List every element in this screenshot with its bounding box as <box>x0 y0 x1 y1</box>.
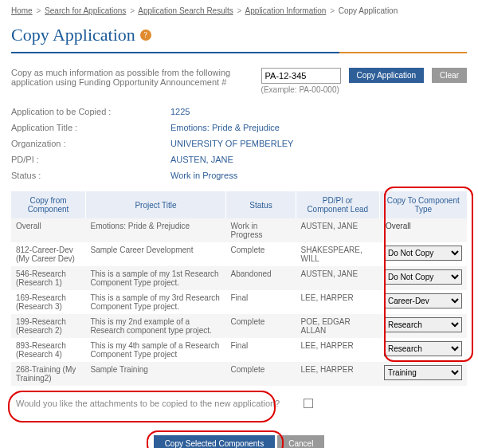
copy-selected-components-button[interactable]: Copy Selected Components <box>154 435 276 448</box>
foa-input[interactable] <box>261 68 341 84</box>
table-cell: Emotions: Pride & Prejudice <box>86 218 226 242</box>
foa-example: (Example: PA-00-000) <box>261 85 341 94</box>
table-row: 546-Research (Research 1)This is a sampl… <box>11 266 467 290</box>
breadcrumb-link[interactable]: Application Information <box>245 6 327 15</box>
info-value: Work in Progress <box>170 171 467 180</box>
copy-to-select[interactable]: Research <box>384 317 462 332</box>
table-row: 812-Career-Dev (My Career Dev)Sample Car… <box>11 242 467 266</box>
breadcrumb-current: Copy Application <box>339 6 398 15</box>
page-title: Copy Application ? <box>11 25 467 45</box>
table-cell: Sample Career Development <box>86 242 226 266</box>
cancel-button[interactable]: Cancel <box>277 435 324 448</box>
table-cell: LEE, HARPER <box>296 338 380 362</box>
attachments-checkbox[interactable] <box>304 399 313 408</box>
breadcrumb-link[interactable]: Application Search Results <box>138 6 233 15</box>
col-copy-to: Copy To Component Type <box>379 191 467 218</box>
table-cell: Final <box>226 290 296 314</box>
table-cell: Complete <box>226 362 296 386</box>
table-cell: 812-Career-Dev (My Career Dev) <box>11 242 86 266</box>
table-cell: AUSTEN, JANE <box>296 266 380 290</box>
help-icon[interactable]: ? <box>140 29 151 41</box>
table-cell: 199-Research (Research 2) <box>11 314 86 338</box>
table-row: 199-Research (Research 2)This is my 2nd … <box>11 314 467 338</box>
info-label: PD/PI : <box>11 155 170 164</box>
page-title-text: Copy Application <box>11 25 135 45</box>
table-row: OverallEmotions: Pride & PrejudiceWork i… <box>11 218 467 242</box>
table-cell: LEE, HARPER <box>296 362 380 386</box>
breadcrumb: Home > Search for Applications > Applica… <box>11 6 467 15</box>
components-table: Copy from Component Project Title Status… <box>11 191 467 386</box>
chevron-right-icon: > <box>130 6 135 15</box>
info-label: Organization : <box>11 139 170 148</box>
application-info: Application to be Copied : 1225 Applicat… <box>11 107 467 180</box>
col-status: Status <box>226 191 296 218</box>
table-cell: Abandoned <box>226 266 296 290</box>
info-value: AUSTEN, JANE <box>170 155 467 164</box>
copy-application-button[interactable]: Copy Application <box>349 68 425 83</box>
info-value: UNIVERSITY OF PEMBERLEY <box>170 139 467 148</box>
table-cell: 546-Research (Research 1) <box>11 266 86 290</box>
table-row: 268-Training (My Training2)Sample Traini… <box>11 362 467 386</box>
table-cell: This is a sample of my 3rd Research Comp… <box>86 290 226 314</box>
breadcrumb-link[interactable]: Home <box>11 6 33 15</box>
table-cell: This is my 4th sample of a Research Comp… <box>86 338 226 362</box>
copy-to-select[interactable]: Career-Dev <box>384 293 462 308</box>
copy-to-select[interactable]: Research <box>384 341 462 356</box>
breadcrumb-link[interactable]: Search for Applications <box>45 6 126 15</box>
table-cell: Work in Progress <box>226 218 296 242</box>
chevron-right-icon: > <box>330 6 335 15</box>
table-cell: This is my 2nd example of a Research com… <box>86 314 226 338</box>
chevron-right-icon: > <box>36 6 41 15</box>
table-cell: Overall <box>11 218 86 242</box>
table-cell: 268-Training (My Training2) <box>11 362 86 386</box>
table-cell: Final <box>226 338 296 362</box>
table-cell: This is a sample of my 1st Research Comp… <box>86 266 226 290</box>
copy-to-select[interactable]: Do Not Copy <box>384 246 462 261</box>
clear-button[interactable]: Clear <box>432 68 467 83</box>
copy-to-static: Overall <box>379 218 467 242</box>
table-cell: AUSTEN, JANE <box>296 218 380 242</box>
attachments-question: Would you like the attachments to be cop… <box>16 399 280 408</box>
table-cell: Sample Training <box>86 362 226 386</box>
info-value: 1225 <box>170 107 467 116</box>
table-row: 169-Research (Research 3)This is a sampl… <box>11 290 467 314</box>
col-pdpi: PD/PI or Component Lead <box>296 191 380 218</box>
col-project-title: Project Title <box>86 191 226 218</box>
table-cell: POE, EDGAR ALLAN <box>296 314 380 338</box>
info-label: Application to be Copied : <box>11 107 170 116</box>
copy-description: Copy as much information as possible fro… <box>11 68 253 87</box>
info-label: Status : <box>11 171 170 180</box>
table-row: 893-Research (Research 4)This is my 4th … <box>11 338 467 362</box>
copy-to-select[interactable]: Training <box>384 365 462 380</box>
table-cell: Complete <box>226 314 296 338</box>
table-cell: 893-Research (Research 4) <box>11 338 86 362</box>
table-cell: LEE, HARPER <box>296 290 380 314</box>
table-cell: 169-Research (Research 3) <box>11 290 86 314</box>
copy-to-select[interactable]: Do Not Copy <box>384 269 462 285</box>
col-copy-from: Copy from Component <box>11 191 86 218</box>
table-cell: SHAKESPEARE, WILL <box>296 242 380 266</box>
divider <box>11 52 467 53</box>
chevron-right-icon: > <box>237 6 242 15</box>
info-value: Emotions: Pride & Prejudice <box>170 123 467 132</box>
info-label: Application Title : <box>11 123 170 132</box>
table-cell: Complete <box>226 242 296 266</box>
